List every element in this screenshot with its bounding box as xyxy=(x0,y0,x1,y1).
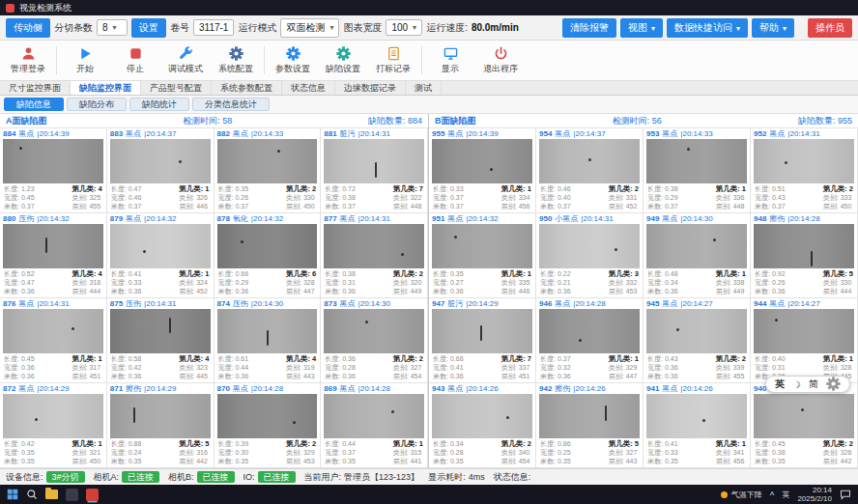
defect-cell[interactable]: 945 黑点 20:14:27 长度: 0.43 宽度: 0.36 米数: 0.… xyxy=(644,298,751,383)
action-button-user-0[interactable]: 管理登录 xyxy=(3,41,53,80)
defect-cell[interactable]: 880 压伤 20:14:32 长度: 0.52 宽度: 0.47 米数: 0.… xyxy=(0,213,107,298)
defect-image[interactable] xyxy=(432,394,532,438)
defect-image[interactable] xyxy=(646,139,747,183)
tab-0[interactable]: 尺寸监控界面 xyxy=(0,81,71,95)
defect-cell[interactable]: 951 黑点 20:14:32 长度: 0.35 宽度: 0.27 米数: 0.… xyxy=(429,213,536,298)
defect-cell[interactable]: 877 黑点 20:14:31 长度: 0.38 宽度: 0.31 米数: 0.… xyxy=(321,213,428,298)
action-button-stop-2[interactable]: 停止 xyxy=(110,41,160,80)
defect-cell[interactable]: 872 黑点 20:14:29 长度: 0.42 宽度: 0.35 米数: 0.… xyxy=(0,383,107,468)
action-button-play-1[interactable]: 开始 xyxy=(60,41,110,80)
side-button[interactable]: 传动侧 xyxy=(6,18,50,38)
tab-6[interactable]: 测试 xyxy=(406,81,442,95)
tab-3[interactable]: 系统参数配置 xyxy=(212,81,282,95)
defect-image[interactable] xyxy=(539,224,640,268)
defect-image[interactable] xyxy=(217,309,318,353)
clear-alarm-button[interactable]: 清除报警 xyxy=(562,18,616,38)
tab-1[interactable]: 缺陷监控界面 xyxy=(71,81,141,95)
defect-cell[interactable]: 947 脏污 20:14:29 长度: 0.68 宽度: 0.41 米数: 0.… xyxy=(429,298,536,383)
defect-cell[interactable]: 954 黑点 20:14:37 长度: 0.46 宽度: 0.40 米数: 0.… xyxy=(536,128,644,213)
roll-number-input[interactable]: 3117-1 xyxy=(193,19,234,36)
weather-widget[interactable]: 气温下降 xyxy=(721,490,762,500)
defect-image[interactable] xyxy=(110,394,211,438)
action-button-wrench-3[interactable]: 调试模式 xyxy=(160,41,211,80)
defect-cell[interactable]: 955 黑点 20:14:39 长度: 0.33 宽度: 0.37 米数: 0.… xyxy=(429,128,536,213)
defect-image[interactable] xyxy=(539,139,640,183)
active-app-icon[interactable] xyxy=(86,489,99,501)
subtab-0[interactable]: 缺陷信息 xyxy=(4,98,64,111)
defect-cell[interactable]: 879 黑点 20:14:32 长度: 0.41 宽度: 0.33 米数: 0.… xyxy=(107,213,214,298)
defect-image[interactable] xyxy=(3,224,103,268)
defect-image[interactable] xyxy=(754,139,854,183)
action-button-monitor-8[interactable]: 显示 xyxy=(425,41,475,80)
strips-select[interactable]: 8 xyxy=(97,19,128,36)
view-menu-button[interactable]: 视图 xyxy=(620,18,663,38)
defect-cell[interactable]: 884 黑点 20:14:39 长度: 1.23 宽度: 0.45 米数: 0.… xyxy=(0,128,107,213)
defect-image[interactable] xyxy=(324,309,424,353)
file-explorer-icon[interactable] xyxy=(45,490,58,499)
tab-4[interactable]: 状态信息 xyxy=(282,81,335,95)
ime-lang-toggle[interactable]: 英 xyxy=(775,378,785,391)
defect-cell[interactable]: 869 黑点 20:14:28 长度: 0.44 宽度: 0.37 米数: 0.… xyxy=(321,383,428,468)
tab-2[interactable]: 产品型号配置 xyxy=(141,81,212,95)
defect-image[interactable] xyxy=(217,394,318,438)
action-button-power-9[interactable]: 退出程序 xyxy=(475,41,526,80)
defect-image[interactable] xyxy=(754,394,854,438)
defect-cell[interactable]: 941 黑点 20:14:26 长度: 0.41 宽度: 0.33 米数: 0.… xyxy=(644,383,751,468)
defect-cell[interactable]: 871 擦伤 20:14:29 长度: 0.88 宽度: 0.24 米数: 0.… xyxy=(107,383,214,468)
defect-cell[interactable]: 948 擦伤 20:14:28 长度: 0.92 宽度: 0.26 米数: 0.… xyxy=(751,213,858,298)
defect-image[interactable] xyxy=(539,309,640,353)
taskbar-lang-indicator[interactable]: 英 xyxy=(782,490,789,500)
quick-access-menu-button[interactable]: 数据快捷访问 xyxy=(667,18,748,38)
defect-image[interactable] xyxy=(3,139,103,183)
action-button-document-7[interactable]: 打标记录 xyxy=(368,41,418,80)
defect-cell[interactable]: 878 氧化 20:14:32 长度: 0.66 宽度: 0.29 米数: 0.… xyxy=(214,213,322,298)
defect-image[interactable] xyxy=(324,224,424,268)
action-button-gear-5[interactable]: 参数设置 xyxy=(268,41,318,80)
start-button-icon[interactable] xyxy=(7,489,18,500)
defect-cell[interactable]: 883 黑点 20:14:37 长度: 0.47 宽度: 0.46 米数: 0.… xyxy=(107,128,214,213)
defect-image[interactable] xyxy=(3,394,103,438)
defect-image[interactable] xyxy=(754,224,854,268)
defect-image[interactable] xyxy=(110,309,211,353)
action-button-gear-4[interactable]: 系统配置 xyxy=(211,41,261,80)
defect-cell[interactable]: 943 黑点 20:14:26 长度: 0.34 宽度: 0.28 米数: 0.… xyxy=(429,383,536,468)
defect-image[interactable] xyxy=(217,224,318,268)
defect-image[interactable] xyxy=(646,224,747,268)
defect-cell[interactable]: 942 擦伤 20:14:26 长度: 0.86 宽度: 0.25 米数: 0.… xyxy=(536,383,644,468)
operator-button[interactable]: 操作员 xyxy=(808,18,852,38)
tray-expand-icon[interactable]: ^ xyxy=(770,490,775,499)
taskbar-clock[interactable]: 20:14 2025/2/10 xyxy=(797,486,832,503)
defect-image[interactable] xyxy=(110,139,211,183)
help-menu-button[interactable]: 帮助 xyxy=(752,18,794,38)
moon-icon[interactable]: ☽ xyxy=(792,379,801,390)
tab-5[interactable]: 边缘数据记录 xyxy=(335,81,406,95)
defect-image[interactable] xyxy=(110,224,211,268)
taskbar-app-icon[interactable] xyxy=(66,489,78,501)
defect-cell[interactable]: 946 黑点 20:14:28 长度: 0.37 宽度: 0.32 米数: 0.… xyxy=(536,298,644,383)
defect-image[interactable] xyxy=(3,309,103,353)
defect-cell[interactable]: 874 压伤 20:14:30 长度: 0.61 宽度: 0.44 米数: 0.… xyxy=(214,298,322,383)
defect-cell[interactable]: 940 黑点 20:14:26 长度: 0.45 宽度: 0.38 米数: 0.… xyxy=(751,383,858,468)
defect-image[interactable] xyxy=(646,309,747,353)
defect-cell[interactable]: 873 黑点 20:14:30 长度: 0.36 宽度: 0.28 米数: 0.… xyxy=(321,298,428,383)
defect-image[interactable] xyxy=(539,394,640,438)
defect-cell[interactable]: 950 小黑点 20:14:31 长度: 0.22 宽度: 0.21 米数: 0… xyxy=(536,213,644,298)
defect-image[interactable] xyxy=(324,394,424,438)
defect-cell[interactable]: 870 黑点 20:14:28 长度: 0.39 宽度: 0.30 米数: 0.… xyxy=(214,383,322,468)
defect-cell[interactable]: 882 黑点 20:14:33 长度: 0.35 宽度: 0.26 米数: 0.… xyxy=(214,128,322,213)
defect-image[interactable] xyxy=(432,224,532,268)
defect-image[interactable] xyxy=(217,139,318,183)
defect-cell[interactable]: 953 黑点 20:14:33 长度: 0.38 宽度: 0.29 米数: 0.… xyxy=(644,128,751,213)
notification-icon[interactable] xyxy=(840,489,851,500)
subtab-1[interactable]: 缺陷分布 xyxy=(67,98,127,111)
subtab-3[interactable]: 分类信息统计 xyxy=(192,98,270,111)
defect-cell[interactable]: 944 黑点 20:14:27 长度: 0.40 宽度: 0.31 米数: 0.… xyxy=(751,298,858,383)
defect-image[interactable] xyxy=(324,139,424,183)
ime-simplified-toggle[interactable]: 简 xyxy=(809,378,818,391)
defect-image[interactable] xyxy=(432,139,532,183)
defect-cell[interactable]: 949 黑点 20:14:30 长度: 0.48 宽度: 0.34 米数: 0.… xyxy=(644,213,751,298)
action-button-gear-6[interactable]: 缺陷设置 xyxy=(318,41,368,80)
defect-cell[interactable]: 875 压伤 20:14:31 长度: 0.58 宽度: 0.42 米数: 0.… xyxy=(107,298,214,383)
chart-width-select[interactable]: 100 xyxy=(386,19,422,36)
search-icon[interactable] xyxy=(26,489,38,500)
